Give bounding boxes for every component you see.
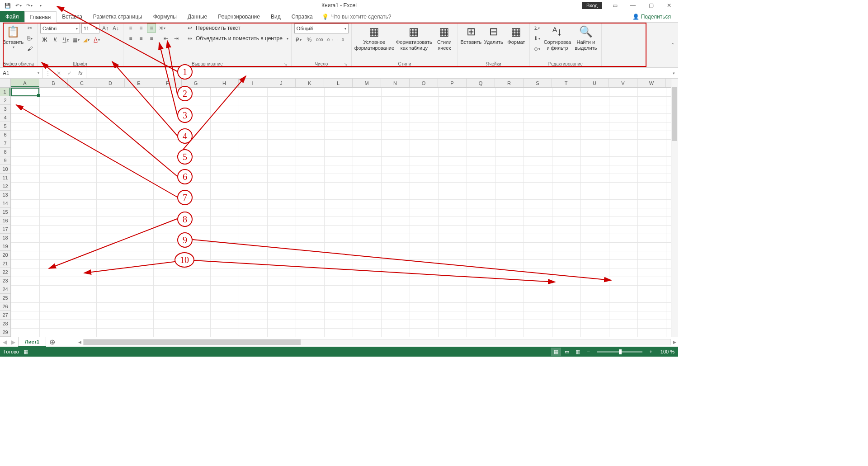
zoom-slider[interactable]: [597, 351, 642, 353]
customize-qat-icon[interactable]: ▾: [35, 1, 45, 10]
row-header[interactable]: 29: [0, 328, 10, 337]
decrease-decimal-icon[interactable]: ←.0: [336, 35, 345, 44]
row-header[interactable]: 24: [0, 285, 10, 294]
tab-view[interactable]: Вид: [265, 11, 286, 22]
sheet-prev-icon[interactable]: ◀: [3, 339, 7, 345]
select-all-corner[interactable]: [0, 79, 11, 88]
row-header[interactable]: 13: [0, 191, 10, 199]
column-header[interactable]: H: [210, 79, 239, 87]
login-button[interactable]: Вход: [582, 2, 602, 9]
column-header[interactable]: R: [495, 79, 524, 87]
column-header[interactable]: C: [68, 79, 96, 87]
add-sheet-button[interactable]: ⊕: [46, 337, 58, 347]
row-header[interactable]: 3: [0, 105, 10, 113]
cells-area[interactable]: [11, 88, 671, 337]
column-header[interactable]: S: [524, 79, 552, 87]
column-header[interactable]: I: [239, 79, 267, 87]
fill-color-icon[interactable]: ◢▾: [82, 35, 91, 44]
row-header[interactable]: 21: [0, 259, 10, 268]
close-icon[interactable]: ✕: [660, 0, 678, 11]
row-header[interactable]: 6: [0, 131, 10, 139]
row-header[interactable]: 25: [0, 294, 10, 302]
enter-icon[interactable]: ✓: [64, 70, 75, 76]
zoom-out-icon[interactable]: −: [584, 348, 594, 356]
row-header[interactable]: 26: [0, 302, 10, 311]
conditional-formatting-button[interactable]: ▦Условное форматирование: [354, 24, 394, 53]
accounting-format-icon[interactable]: ₽▾: [294, 35, 303, 44]
tell-me-search[interactable]: 💡 Что вы хотите сделать?: [318, 11, 395, 22]
tab-formulas[interactable]: Формулы: [148, 11, 182, 22]
row-header[interactable]: 2: [0, 96, 10, 105]
sheet-tab[interactable]: Лист1: [18, 337, 46, 347]
comma-icon[interactable]: 000: [315, 35, 324, 44]
undo-icon[interactable]: ↶▾: [14, 1, 24, 10]
cut-icon[interactable]: ✂: [25, 24, 34, 33]
page-break-view-icon[interactable]: ▥: [573, 348, 583, 356]
font-name-combo[interactable]: Calibri▾: [40, 24, 80, 33]
align-middle-icon[interactable]: ≡: [137, 24, 146, 33]
insert-cells-button[interactable]: ⊞Вставить: [461, 24, 481, 47]
cancel-icon[interactable]: ✕: [53, 70, 64, 76]
increase-font-icon[interactable]: A↑: [101, 24, 110, 33]
clear-icon[interactable]: ◇▾: [533, 44, 542, 53]
autosum-icon[interactable]: Σ▾: [533, 24, 542, 33]
decrease-indent-icon[interactable]: ⇤: [161, 34, 170, 43]
row-header[interactable]: 12: [0, 182, 10, 191]
row-header[interactable]: 8: [0, 148, 10, 156]
column-header[interactable]: L: [324, 79, 353, 87]
decrease-font-icon[interactable]: A↓: [111, 24, 120, 33]
vertical-scrollbar[interactable]: [671, 79, 678, 337]
row-header[interactable]: 19: [0, 242, 10, 251]
column-header[interactable]: A: [11, 79, 39, 87]
collapse-ribbon-icon[interactable]: ⌃: [667, 23, 678, 67]
delete-cells-button[interactable]: ⊟Удалить: [483, 24, 504, 47]
name-box[interactable]: A1▾: [0, 68, 42, 78]
bold-button[interactable]: Ж: [40, 35, 49, 44]
find-select-button[interactable]: 🔍Найти и выделить: [573, 24, 599, 53]
font-size-combo[interactable]: 11▾: [81, 24, 99, 33]
row-header[interactable]: 28: [0, 320, 10, 328]
fx-icon[interactable]: fx: [75, 70, 86, 76]
row-header[interactable]: 7: [0, 139, 10, 148]
redo-icon[interactable]: ↷▾: [24, 1, 34, 10]
scroll-thumb[interactable]: [672, 87, 677, 141]
column-header[interactable]: E: [125, 79, 153, 87]
column-header[interactable]: W: [637, 79, 666, 87]
dialog-launcher-icon[interactable]: ↘: [344, 62, 348, 66]
row-header[interactable]: 23: [0, 277, 10, 285]
row-header[interactable]: 22: [0, 268, 10, 277]
wrap-text-button[interactable]: ↩Переносить текст: [185, 24, 288, 33]
align-bottom-icon[interactable]: ≡: [147, 24, 156, 33]
cell-styles-button[interactable]: ▦Стили ячеек: [434, 24, 455, 53]
column-header[interactable]: K: [296, 79, 324, 87]
tab-insert[interactable]: Вставка: [57, 11, 88, 22]
paste-button[interactable]: 📋 Вставить ▾: [3, 24, 24, 52]
increase-decimal-icon[interactable]: .0→: [326, 35, 335, 44]
macro-record-icon[interactable]: ▦: [24, 349, 28, 355]
copy-icon[interactable]: ⎘▾: [25, 34, 34, 43]
page-layout-view-icon[interactable]: ▭: [562, 348, 572, 356]
column-header[interactable]: J: [267, 79, 296, 87]
column-header[interactable]: M: [353, 79, 381, 87]
italic-button[interactable]: К: [51, 35, 60, 44]
align-top-icon[interactable]: ≡: [126, 24, 135, 33]
font-color-icon[interactable]: A▾: [92, 35, 101, 44]
hscroll-thumb[interactable]: [84, 339, 301, 345]
column-header[interactable]: U: [580, 79, 609, 87]
expand-formula-bar-icon[interactable]: ▾: [669, 68, 678, 78]
row-header[interactable]: 14: [0, 199, 10, 208]
align-center-icon[interactable]: ≡: [137, 34, 146, 43]
format-cells-button[interactable]: ▦Формат: [506, 24, 527, 47]
row-header[interactable]: 17: [0, 225, 10, 234]
save-icon[interactable]: 💾: [3, 1, 13, 10]
horizontal-scrollbar[interactable]: ◀ ▶: [76, 337, 678, 347]
orientation-icon[interactable]: ⤭▾: [157, 24, 166, 33]
row-header[interactable]: 9: [0, 156, 10, 165]
tab-review[interactable]: Рецензирование: [212, 11, 265, 22]
column-header[interactable]: Q: [467, 79, 495, 87]
row-header[interactable]: 18: [0, 234, 10, 242]
column-header[interactable]: B: [39, 79, 68, 87]
zoom-level[interactable]: 100 %: [660, 349, 675, 354]
sort-filter-button[interactable]: ᴬ↓Сортировка и фильтр: [543, 24, 571, 53]
ribbon-options-icon[interactable]: ▭: [606, 0, 624, 11]
